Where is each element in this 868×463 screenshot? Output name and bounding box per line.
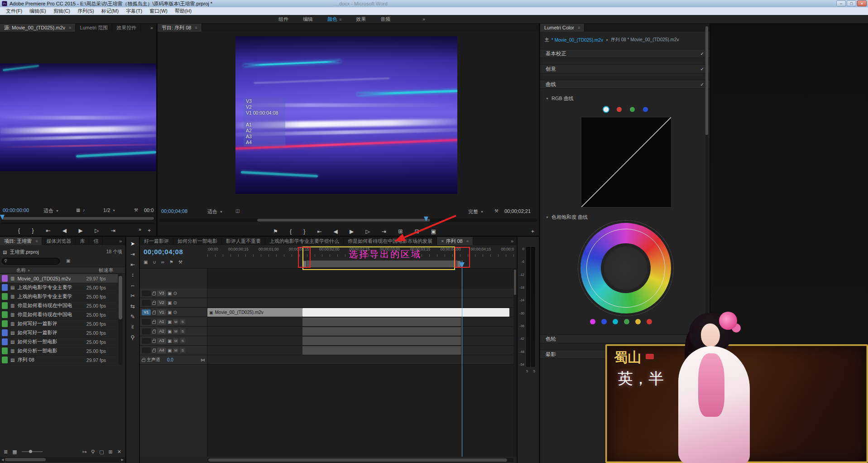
find-button[interactable]: ⚲: [91, 449, 95, 455]
column-name[interactable]: 名称: [16, 267, 26, 274]
button-editor-plus[interactable]: +: [148, 227, 151, 234]
go-to-in-button[interactable]: ⇤: [46, 227, 50, 234]
source-patch[interactable]: V1: [142, 309, 151, 315]
source-zoom-bar[interactable]: [1, 222, 155, 224]
list-view-button[interactable]: ≣: [4, 449, 8, 455]
project-bin-row[interactable]: ▤ 王培雷.prproj 18 个项: [0, 248, 125, 256]
lumetri-section-header[interactable]: 基本校正✓: [540, 49, 710, 58]
program-fit-dropdown[interactable]: 适合▼: [207, 208, 223, 215]
tab-program-monitor[interactable]: 节目: 序列 08 ≡: [158, 24, 202, 32]
sync-lock-icon[interactable]: ▣: [168, 291, 172, 296]
step-forward-button[interactable]: ▷: [365, 228, 369, 235]
source-resolution-dropdown[interactable]: 1/2▼: [103, 207, 115, 213]
zoom-slider-knob[interactable]: [29, 450, 32, 453]
channel-dot[interactable]: [617, 107, 622, 112]
play-button[interactable]: ▶: [78, 227, 82, 234]
tab-media-browser[interactable]: 媒体浏览器: [42, 237, 76, 245]
section-enabled-check-icon[interactable]: ✓: [700, 82, 704, 87]
sequence-tab[interactable]: 你是如何看待现在中国电影市场的发展: [344, 237, 437, 245]
tab-overflow-icon[interactable]: »: [116, 237, 125, 245]
program-viewer-area[interactable]: V3V2V1 00:00:04:08A1A2A3A4 00;00;04;08 适…: [158, 32, 539, 236]
channel-dot[interactable]: [643, 107, 648, 112]
workspace-tab[interactable]: 编辑: [303, 16, 313, 23]
item-name[interactable]: 如何分析一部电影: [17, 347, 57, 354]
sequence-tab[interactable]: 好一篇影评: [140, 237, 173, 245]
rgb-curve-editor[interactable]: [581, 117, 671, 207]
source-patch[interactable]: [142, 319, 151, 325]
project-item-row[interactable]: ▥ 你是如何看待现在中国电 25.00 fps: [0, 301, 118, 310]
sequence-tab[interactable]: 上戏的电影学专业主要学些什么: [265, 237, 344, 245]
timeline-settings-icon[interactable]: ⚒: [178, 260, 182, 265]
track-name-badge[interactable]: V1: [157, 309, 166, 315]
lock-icon[interactable]: [152, 321, 156, 324]
scroll-left-icon[interactable]: ◀: [0, 458, 5, 462]
menu-item[interactable]: 序列(S): [74, 8, 97, 14]
tab-lumetri-scopes[interactable]: Lumetri 范围: [76, 24, 112, 32]
hand-tool[interactable]: ✌: [130, 324, 135, 330]
mute-button[interactable]: M: [173, 328, 178, 334]
extract-button[interactable]: ⊟: [414, 228, 419, 235]
close-icon[interactable]: ×: [441, 238, 444, 244]
program-current-timecode[interactable]: 00;00;04;08: [161, 208, 187, 214]
icon-view-button[interactable]: ▦: [12, 449, 17, 455]
video-clip-head[interactable]: ▣ Movie_00_(TD025).m2v: [207, 308, 302, 317]
scrollbar-thumb[interactable]: [119, 276, 122, 319]
master-clip-selector[interactable]: * Movie_00_(TD025).m2v: [551, 38, 603, 43]
lock-icon[interactable]: [152, 350, 156, 352]
section-enabled-check-icon[interactable]: ✓: [700, 51, 704, 56]
tab-libraries[interactable]: 库: [76, 237, 89, 245]
sequence-tab[interactable]: 影评人重不重要: [222, 237, 265, 245]
scrollbar-thumb[interactable]: [705, 26, 708, 135]
selection-tool[interactable]: ➤: [130, 241, 135, 247]
go-to-out-button[interactable]: ⇥: [111, 227, 115, 234]
project-item-row[interactable]: ▥ 如何写好一篇影评 25.00 fps: [0, 319, 118, 328]
hue-dot[interactable]: [624, 319, 629, 324]
track-name-badge[interactable]: A4: [157, 347, 166, 353]
menu-item[interactable]: 文件(F): [3, 8, 25, 14]
source-patch[interactable]: [142, 338, 151, 344]
mute-button[interactable]: M: [173, 347, 178, 353]
tab-lumetri-color[interactable]: Lumetri Color ≡: [540, 24, 585, 32]
item-name[interactable]: 如何写好一篇影评: [17, 320, 57, 327]
column-framerate[interactable]: 帧速率: [99, 267, 114, 274]
workspace-tab-color-active[interactable]: 颜色≡: [327, 16, 341, 23]
item-name[interactable]: 上戏的电影学专业主要学: [17, 293, 72, 300]
track-name-badge[interactable]: A1: [157, 319, 166, 325]
scrollbar-thumb[interactable]: [514, 270, 516, 295]
tab-info[interactable]: 信: [89, 237, 103, 245]
workspace-menu-icon[interactable]: ≡: [339, 17, 341, 22]
timeline-playhead-line[interactable]: [462, 260, 462, 457]
sequence-clip-selector[interactable]: 序列 08 * Movie_00_(TD025).m2v: [611, 37, 679, 43]
label-color-chip[interactable]: [2, 357, 8, 363]
in-out-range-bar[interactable]: [302, 260, 461, 267]
audio-clip-a3[interactable]: [302, 337, 461, 345]
track-content[interactable]: [207, 289, 514, 298]
item-name[interactable]: 序列 08: [17, 357, 34, 363]
close-button[interactable]: ×: [857, 0, 867, 6]
source-patch[interactable]: [142, 328, 151, 334]
hue-saturation-curves-header[interactable]: ▼ 色相饱和度 曲线: [546, 214, 588, 221]
step-forward-button[interactable]: ▷: [95, 227, 99, 234]
linked-selection-icon[interactable]: ∞: [161, 260, 164, 265]
sync-lock-icon[interactable]: ▣: [168, 348, 172, 353]
slip-tool[interactable]: ⇆: [130, 303, 135, 309]
drag-audio-only-icon[interactable]: ♪: [82, 207, 85, 212]
transport-overflow-icon[interactable]: »: [139, 227, 141, 232]
clear-button[interactable]: ✕: [117, 449, 121, 455]
hue-dot[interactable]: [647, 319, 652, 324]
display-settings-icon[interactable]: ◫: [235, 208, 240, 213]
project-item-row[interactable]: ▥ 你是如何看待现在中国电 25.00 fps: [0, 310, 118, 319]
go-to-in-button[interactable]: ⇤: [317, 228, 321, 235]
solo-button[interactable]: S: [180, 319, 185, 324]
lock-icon[interactable]: [142, 359, 145, 362]
lock-icon[interactable]: [152, 293, 156, 295]
scrollbar-thumb[interactable]: [5, 458, 46, 461]
panel-menu-icon[interactable]: ≡: [466, 239, 469, 243]
channel-dot[interactable]: [630, 107, 635, 112]
button-editor-plus[interactable]: +: [531, 228, 534, 235]
panel-menu-icon[interactable]: ≡: [35, 239, 38, 243]
track-select-forward-tool[interactable]: ⇥: [130, 251, 135, 257]
track-name-badge[interactable]: V3: [157, 290, 166, 296]
solo-button[interactable]: S: [180, 338, 185, 343]
new-item-button[interactable]: ⊞: [109, 449, 113, 455]
